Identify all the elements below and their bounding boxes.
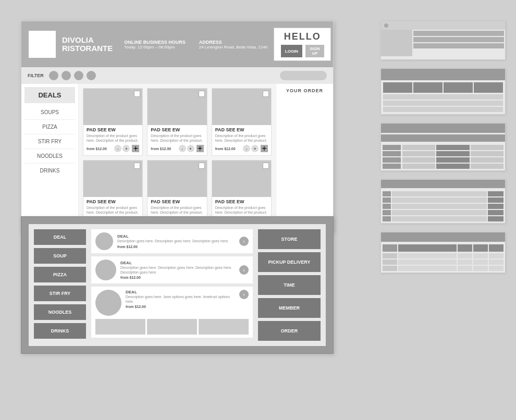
filter-circle-3[interactable]	[74, 71, 83, 80]
sidebar-item-deals[interactable]: DEALS	[24, 87, 75, 103]
mini-5-r3c2	[398, 266, 457, 271]
product-checkbox[interactable]	[263, 163, 269, 169]
mini-3-c6	[471, 151, 503, 156]
product-desc: Description of the product goes here. De…	[87, 205, 139, 215]
qty-plus[interactable]: +	[187, 145, 194, 152]
mini-4-label-1	[392, 191, 487, 196]
add-button[interactable]: +	[261, 145, 268, 152]
mini-grid-c4	[474, 82, 503, 93]
deal-arrow-3[interactable]: ›	[239, 290, 249, 299]
sidebar-item-soups[interactable]: SOUPS	[24, 105, 75, 120]
product-checkbox[interactable]	[199, 163, 205, 169]
mini-3-c12	[471, 164, 503, 169]
address-value: 24 Lexington Road, Bella Vista, 2140	[199, 45, 268, 50]
sidebar-item-noodles[interactable]: NOODLES	[24, 149, 75, 164]
mini-2-header	[381, 69, 505, 80]
mini-wireframe-5	[380, 232, 506, 273]
product-image	[212, 160, 271, 197]
second-sidebar-stirfry[interactable]: STIR FRY	[34, 286, 86, 301]
product-price: from $12.00	[87, 147, 107, 151]
deal-arrow-1[interactable]: ›	[239, 237, 249, 246]
options-column: STORE PICKUP DELIVERY TIME MEMBER ORDER	[258, 229, 321, 341]
product-checkbox[interactable]	[263, 91, 269, 97]
deal-tag-2: DEAL	[120, 261, 235, 265]
product-desc: Description of the product goes here. De…	[215, 133, 268, 143]
second-sidebar-drinks[interactable]: DRINKS	[34, 323, 86, 339]
header: DIVOLIA RISTORANTE ONLINE BUSINESS HOURS…	[21, 21, 333, 67]
product-desc: Description of the product goes here. De…	[215, 205, 268, 215]
mini-3-header	[381, 123, 505, 133]
mini-4-val-5	[488, 216, 503, 221]
mini-5-r2c3	[458, 260, 472, 265]
mini-right-row-3	[413, 43, 504, 48]
qty-plus[interactable]: +	[251, 145, 259, 152]
main-wireframe: DIVOLIA RISTORANTE ONLINE BUSINESS HOURS…	[21, 21, 334, 232]
qty-minus[interactable]: -	[114, 145, 121, 152]
second-inner: DEAL SOUP PIZZA STIR FRY NOODLES DRINKS …	[29, 224, 326, 346]
product-info: PAD SEE EW Description of the product go…	[212, 125, 271, 155]
qty-plus[interactable]: +	[122, 145, 130, 152]
mini-5-r2c5	[489, 260, 503, 265]
mini-5-r2c2	[398, 260, 457, 265]
order-title: YOUR ORDER	[280, 88, 329, 93]
option-pickup[interactable]: PICKUP DELIVERY	[258, 252, 321, 272]
sidebar-item-stirfry[interactable]: STIR FRY	[24, 134, 75, 149]
mini-4-label-4	[392, 210, 487, 215]
filter-search[interactable]	[280, 71, 327, 80]
brand: DIVOLIA RISTORANTE	[62, 36, 113, 53]
mini-5-r2	[383, 260, 503, 265]
mini-4-label-5	[392, 216, 487, 221]
second-sidebar-deal[interactable]: DEAL	[34, 229, 86, 245]
mini-5-r3	[383, 266, 503, 271]
filter-circle-4[interactable]	[87, 71, 96, 80]
option-time[interactable]: TIME	[258, 275, 321, 295]
product-checkbox[interactable]	[199, 91, 205, 97]
mini-3-s3	[383, 157, 401, 163]
product-desc: Description of the product goes here. De…	[87, 133, 139, 143]
deal-tag-1: DEAL	[117, 234, 235, 239]
second-sidebar-pizza[interactable]: PIZZA	[34, 267, 86, 282]
sidebar-item-pizza[interactable]: PIZZA	[24, 120, 75, 134]
filter-circle-2[interactable]	[62, 71, 71, 80]
mini-grid-c3	[444, 82, 473, 93]
mini-3-r3	[402, 157, 503, 163]
mini-3-c1	[402, 145, 435, 150]
product-card: PAD SEE EW Description of the product go…	[83, 88, 143, 156]
qty-minus[interactable]: -	[179, 145, 186, 152]
product-info: PAD SEE EW Description of the product go…	[83, 125, 142, 155]
deal-row-3-top: DEAL Description goes here. Jane options…	[95, 290, 249, 316]
qty-toggle: - +	[179, 145, 194, 152]
mini-left-col	[381, 30, 412, 56]
product-checkbox[interactable]	[134, 91, 140, 97]
mini-4-row-5	[383, 216, 503, 221]
mini-5-t1	[383, 244, 397, 252]
product-image	[212, 89, 271, 125]
filter-circle-1[interactable]	[49, 71, 58, 80]
option-store[interactable]: STORE	[258, 229, 321, 249]
deal-info-2: DEAL Description goes here. Description …	[120, 261, 235, 279]
sidebar-item-drinks[interactable]: DRINKS	[24, 164, 75, 178]
mini-2-top-grid	[383, 82, 503, 93]
deal-arrow-2[interactable]: ›	[239, 265, 249, 275]
product-checkbox[interactable]	[134, 163, 140, 169]
auth-buttons: LOGIN SIGN UP	[281, 45, 323, 57]
deal-row-2: DEAL Description goes here. Description …	[91, 256, 253, 283]
add-button[interactable]: +	[196, 145, 204, 152]
mini-4-icon-1	[383, 191, 391, 196]
second-sidebar: DEAL SOUP PIZZA STIR FRY NOODLES DRINKS	[34, 229, 86, 341]
mini-4-row-3	[383, 204, 503, 209]
mini-4-icon-2	[383, 197, 391, 203]
content-area: DEALS SOUPS PIZZA STIR FRY NOODLES DRINK…	[21, 84, 333, 232]
second-sidebar-soup[interactable]: SOUP	[34, 248, 86, 264]
second-sidebar-noodles[interactable]: NOODLES	[34, 304, 86, 320]
order-panel: YOUR ORDER	[276, 84, 333, 232]
mini-grid-c1	[383, 82, 412, 93]
add-button[interactable]: +	[132, 145, 139, 152]
option-order[interactable]: ORDER	[258, 321, 321, 341]
qty-minus[interactable]: -	[243, 145, 250, 152]
login-button[interactable]: LOGIN	[281, 45, 302, 57]
mini-3-s4	[383, 164, 401, 169]
signup-button[interactable]: SIGN UP	[305, 45, 324, 57]
mini-5-r3c5	[489, 266, 503, 271]
option-member[interactable]: MEMBER	[258, 298, 321, 318]
